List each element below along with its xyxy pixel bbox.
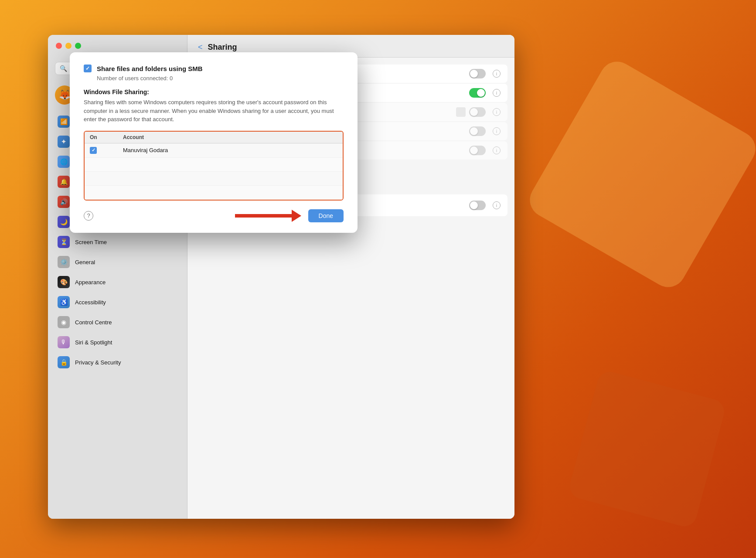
table-row-empty-2 xyxy=(85,172,343,186)
sidebar-item-accessibility[interactable]: ♿ Accessibility xyxy=(51,293,184,312)
screen-sharing-controls: i xyxy=(469,69,501,78)
accessibility-icon: ♿ xyxy=(58,296,70,308)
sidebar-item-label: Siri & Spotlight xyxy=(75,339,112,346)
sharing-row-4-info[interactable]: i xyxy=(493,127,501,135)
done-button[interactable]: Done xyxy=(308,209,344,222)
back-button[interactable]: < xyxy=(198,43,203,52)
maximize-button[interactable] xyxy=(75,43,81,49)
focus-icon: 🌙 xyxy=(58,216,70,228)
smb-row: Share files and folders using SMB xyxy=(84,65,344,72)
screen-sharing-toggle[interactable] xyxy=(469,69,486,78)
sidebar-item-controlcentre[interactable]: ◉ Control Centre xyxy=(51,313,184,332)
network-icon: 🌐 xyxy=(58,156,70,168)
sidebar-item-label: Accessibility xyxy=(75,299,106,306)
file-sharing-info[interactable]: i xyxy=(493,89,501,97)
wifi-icon: 📶 xyxy=(58,116,70,128)
controlcentre-icon: ◉ xyxy=(58,316,70,328)
screentime-icon: ⏳ xyxy=(58,236,70,248)
arrow-annotation xyxy=(235,210,301,222)
row-checkbox-checked[interactable]: ✓ xyxy=(90,147,97,154)
sharing-row-4-toggle[interactable] xyxy=(469,126,486,136)
general-icon: ⚙️ xyxy=(58,256,70,268)
windows-title: Windows File Sharing: xyxy=(84,88,344,95)
sidebar-item-label: Privacy & Security xyxy=(75,359,121,366)
arrow-head xyxy=(292,210,301,222)
siri-icon: 🎙 xyxy=(58,336,70,348)
help-button[interactable]: ? xyxy=(84,211,93,221)
appearance-icon: 🎨 xyxy=(58,276,70,288)
sharing-row-5-controls: i xyxy=(469,146,501,155)
privacy-icon: 🔒 xyxy=(58,356,70,368)
sharing-row-5-toggle[interactable] xyxy=(469,146,486,155)
sharing-row-5-info[interactable]: i xyxy=(493,146,501,154)
table-header: On Account xyxy=(85,132,343,143)
bluetooth-icon: ✦ xyxy=(58,136,70,148)
col-on-header: On xyxy=(90,134,116,140)
arrow-body xyxy=(235,214,292,218)
file-sharing-controls: i xyxy=(469,88,501,98)
sidebar-item-label: Control Centre xyxy=(75,319,112,326)
table-row-empty-1 xyxy=(85,158,343,172)
media-sharing-controls: i xyxy=(469,201,501,210)
sidebar-item-label: Appearance xyxy=(75,279,106,286)
col-account-header: Account xyxy=(123,134,337,140)
close-button[interactable] xyxy=(56,43,62,49)
sidebar-item-label: General xyxy=(75,259,95,265)
traffic-lights xyxy=(56,43,81,49)
sharing-row-4-controls: i xyxy=(469,126,501,136)
screen-sharing-info[interactable]: i xyxy=(493,70,501,78)
windows-sharing-section: Windows File Sharing: Sharing files with… xyxy=(84,88,344,124)
sidebar-item-general[interactable]: ⚙️ General xyxy=(51,252,184,272)
notifications-icon: 🔔 xyxy=(58,176,70,188)
minimize-button[interactable] xyxy=(65,43,72,49)
sharing-row-3-icon xyxy=(456,107,466,117)
sound-icon: 🔊 xyxy=(58,196,70,208)
sidebar-item-privacy[interactable]: 🔒 Privacy & Security xyxy=(51,353,184,372)
table-row: ✓ Manuviraj Godara xyxy=(85,143,343,158)
smb-checkbox[interactable] xyxy=(84,65,92,72)
search-icon: 🔍 xyxy=(60,65,67,72)
modal-footer: ? Done xyxy=(84,209,344,222)
row-account-name: Manuviraj Godara xyxy=(123,147,337,153)
accounts-table: On Account ✓ Manuviraj Godara xyxy=(84,131,344,201)
windows-desc: Sharing files with some Windows computer… xyxy=(84,98,344,124)
media-sharing-info[interactable]: i xyxy=(493,201,501,209)
sharing-row-3-controls: i xyxy=(456,107,501,117)
file-sharing-toggle[interactable] xyxy=(469,88,486,98)
footer-right: Done xyxy=(235,209,344,222)
sidebar-item-screentime[interactable]: ⏳ Screen Time xyxy=(51,232,184,252)
sharing-row-3-info[interactable]: i xyxy=(493,108,501,116)
row-checkbox[interactable]: ✓ xyxy=(90,147,116,154)
users-count: Number of users connected: 0 xyxy=(97,75,344,82)
sharing-row-3-toggle[interactable] xyxy=(469,107,486,117)
sidebar-item-appearance[interactable]: 🎨 Appearance xyxy=(51,272,184,292)
media-sharing-toggle[interactable] xyxy=(469,201,486,210)
page-title: Sharing xyxy=(208,43,237,52)
sidebar-item-siri[interactable]: 🎙 Siri & Spotlight xyxy=(51,333,184,352)
smb-modal: Share files and folders using SMB Number… xyxy=(70,52,358,233)
sidebar-item-label: Screen Time xyxy=(75,239,107,245)
table-row-empty-3 xyxy=(85,186,343,200)
smb-label: Share files and folders using SMB xyxy=(97,65,203,72)
